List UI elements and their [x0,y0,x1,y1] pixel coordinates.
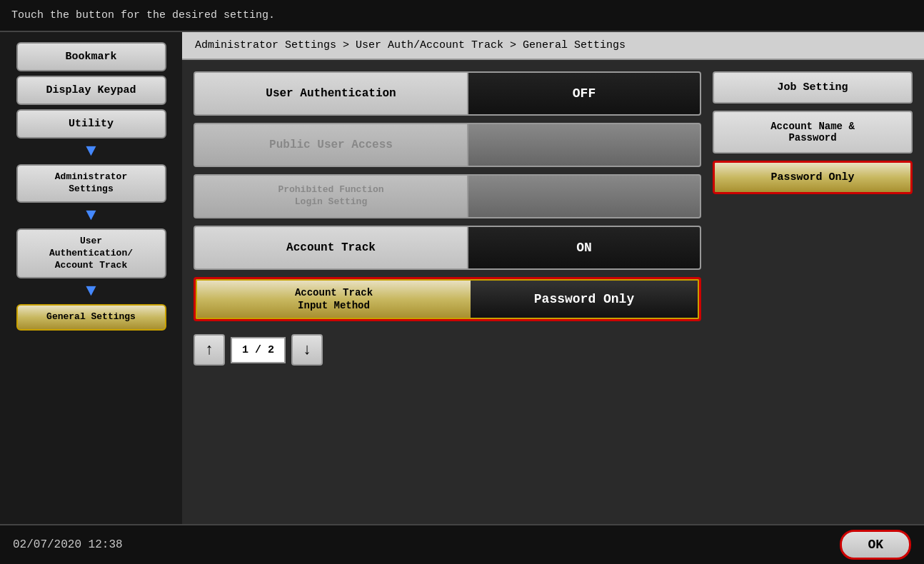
sidebar: Bookmark Display Keypad Utility ▼ Admini… [0,32,182,524]
page-up-button[interactable]: ↑ [194,334,225,366]
user-auth-label: User Authentication [194,71,468,116]
pagination-row: ↑ 1 / 2 ↓ [194,328,701,366]
public-user-access-label: Public User Access [194,123,468,167]
job-setting-button[interactable]: Job Setting [713,71,913,104]
page-down-button[interactable]: ↓ [291,334,323,366]
ok-button[interactable]: OK [840,530,911,560]
public-user-access-value [468,123,701,167]
setting-row-account-track-input: Account Track Input Method Password Only [194,277,701,321]
content-area: Administrator Settings > User Auth/Accou… [182,32,924,524]
setting-row-account-track: Account Track ON [194,226,701,270]
arrow-userauth-to-general: ▼ [86,283,96,300]
bottom-bar: 02/07/2020 12:38 OK [0,524,924,564]
breadcrumb: Administrator Settings > User Auth/Accou… [182,32,924,60]
setting-row-prohibited-function: Prohibited FunctionLogin Setting [194,174,701,218]
datetime-display: 02/07/2020 12:38 [13,538,123,551]
account-track-input-label[interactable]: Account Track Input Method [196,279,471,319]
sidebar-item-general-settings[interactable]: General Settings [16,304,166,331]
password-only-button[interactable]: Password Only [713,161,913,194]
main-layout: Bookmark Display Keypad Utility ▼ Admini… [0,32,924,524]
arrow-admin-to-userauth: ▼ [86,207,96,224]
account-track-label: Account Track [194,226,468,270]
sidebar-item-admin-settings[interactable]: Administrator Settings [16,164,166,203]
setting-row-user-auth: User Authentication OFF [194,71,701,116]
sidebar-item-display-keypad[interactable]: Display Keypad [16,76,166,105]
sidebar-item-bookmark[interactable]: Bookmark [16,42,166,71]
prohibited-function-label: Prohibited FunctionLogin Setting [194,174,468,218]
user-auth-value[interactable]: OFF [468,71,701,116]
account-track-input-value[interactable]: Password Only [471,279,699,319]
prohibited-function-value [468,174,701,218]
arrow-utility-to-admin: ▼ [86,143,96,160]
account-name-password-button[interactable]: Account Name & Password [713,111,913,153]
setting-row-public-user-access: Public User Access [194,123,701,167]
top-instruction-bar: Touch the button for the desired setting… [0,0,924,32]
settings-main: User Authentication OFF Public User Acce… [194,71,701,513]
sidebar-item-utility[interactable]: Utility [16,109,166,139]
page-indicator: 1 / 2 [231,337,286,363]
instruction-text: Touch the button for the desired setting… [11,9,275,21]
sidebar-item-user-auth[interactable]: User Authentication/ Account Track [16,228,166,279]
account-track-value[interactable]: ON [468,226,701,270]
settings-side: Job Setting Account Name & Password Pass… [713,71,913,513]
settings-panel: User Authentication OFF Public User Acce… [182,60,924,524]
